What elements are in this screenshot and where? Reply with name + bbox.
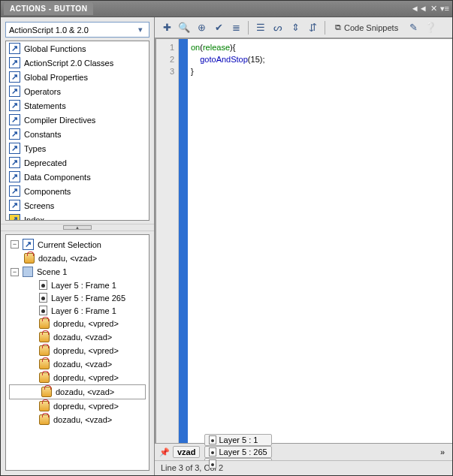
active-script-label: vzad <box>177 447 195 456</box>
code-area[interactable]: on(release){ gotoAndStop(15);} <box>188 39 452 443</box>
button-symbol-icon <box>39 332 50 342</box>
tree-node[interactable]: dozadu, <vzad> <box>9 384 146 399</box>
editor-pane: ✚ 🔍 ⊕ ✔ ≣ ☰ ᔕ ⇕ ⇵ ⧉ Code Snippets ✎ ❔ 12… <box>155 17 452 475</box>
help-icon[interactable]: ❔ <box>423 20 438 35</box>
tree-node[interactable]: dopredu, <vpred> <box>8 399 147 413</box>
code-editor[interactable]: 123 on(release){ gotoAndStop(15);} <box>155 38 452 443</box>
tree-group[interactable]: −Scene 1 <box>8 265 147 279</box>
tree-node[interactable]: dozadu, <vzad> <box>8 413 147 426</box>
book-icon: ↗ <box>9 114 20 125</box>
toolbox-item-label: Compiler Directives <box>24 116 95 125</box>
tree-node[interactable]: dopredu, <vpred> <box>8 317 147 330</box>
script-navigator[interactable]: −↗Current Selectiondozadu, <vzad>−Scene … <box>5 234 149 471</box>
tree-node[interactable]: Layer 6 : Frame 1 <box>8 304 147 317</box>
toolbox-item[interactable]: ↗Index <box>6 212 149 221</box>
toolbox-item-label: Constants <box>24 130 62 139</box>
tree-node[interactable]: dozadu, <vzad> <box>8 357 147 371</box>
language-dropdown[interactable]: ActionScript 1.0 & 2.0 ▾ <box>5 22 149 38</box>
toolbox-item[interactable]: ↗Data Components <box>6 170 149 184</box>
button-symbol-icon <box>41 387 52 397</box>
chevron-down-icon: ▾ <box>135 25 146 35</box>
auto-format-icon[interactable]: ≣ <box>228 20 243 35</box>
script-chip[interactable]: Layer 5 : 265 <box>204 446 271 458</box>
collapse-toggle-icon[interactable]: − <box>11 268 19 276</box>
tree-node[interactable]: dozadu, <vzad> <box>8 330 147 344</box>
add-script-icon[interactable]: ✚ <box>159 20 174 35</box>
frame-icon <box>39 280 47 290</box>
tree-node-label: Layer 6 : Frame 1 <box>51 306 116 315</box>
grip-icon: ▲ <box>63 225 92 230</box>
book-icon: ↗ <box>9 171 20 182</box>
snippets-icon: ⧉ <box>335 23 341 32</box>
close-icon[interactable]: ✕ <box>430 4 437 14</box>
book-icon: ↗ <box>9 57 20 68</box>
script-assist-icon[interactable]: ✎ <box>406 20 421 35</box>
toolbox-item[interactable]: ↗Global Properties <box>6 70 149 84</box>
toolbox-item-label: Index <box>24 215 44 221</box>
tree-node-label: dozadu, <vzad> <box>38 254 97 263</box>
target-icon[interactable]: ⊕ <box>194 20 209 35</box>
script-chip[interactable]: Layer 5 : 1 <box>204 434 271 446</box>
find-icon[interactable]: 🔍 <box>177 20 192 35</box>
more-chevron-icon[interactable]: » <box>437 447 448 456</box>
toolbox-item[interactable]: ↗Screens <box>6 198 149 212</box>
toolbox-item[interactable]: ↗Deprecated <box>6 155 149 170</box>
toolbox-list[interactable]: ↗Global Functions↗ActionScript 2.0 Class… <box>5 41 149 221</box>
panel-menu-icon[interactable]: ▾≡ <box>440 4 449 14</box>
scene-icon <box>23 267 33 277</box>
collapse-toggle-icon[interactable]: − <box>11 240 19 249</box>
button-symbol-icon <box>39 401 50 411</box>
button-symbol-icon <box>39 414 50 425</box>
collapse-block-icon[interactable]: ⇕ <box>288 20 303 35</box>
code-line: on(release){ <box>191 41 452 53</box>
tree-node[interactable]: dozadu, <vzad> <box>8 252 147 265</box>
book-icon: ↗ <box>9 143 20 154</box>
tree-node[interactable]: Layer 5 : Frame 1 <box>8 279 147 291</box>
toolbox-item[interactable]: ↗Global Functions <box>6 41 149 56</box>
book-icon: ↗ <box>9 185 20 197</box>
tree-group[interactable]: −↗Current Selection <box>8 237 147 252</box>
splitter[interactable]: ▲ <box>1 224 154 231</box>
pin-icon[interactable]: 📌 <box>159 447 168 456</box>
left-pane: ActionScript 1.0 & 2.0 ▾ ↗Global Functio… <box>1 17 155 475</box>
panel-tab[interactable]: ACTIONS - BUTTON <box>4 2 93 15</box>
expand-block-icon[interactable]: ⇵ <box>305 20 320 35</box>
code-hint-icon[interactable]: ☰ <box>253 20 268 35</box>
tree-node-label: dozadu, <vzad> <box>56 387 114 396</box>
status-bar: Line 3 of 3, Col 2 <box>155 460 452 475</box>
check-syntax-icon[interactable]: ✔ <box>211 20 226 35</box>
tree-node[interactable]: dopredu, <vpred> <box>8 344 147 357</box>
toolbox-item-label: Global Properties <box>24 73 88 82</box>
dropdown-value: ActionScript 1.0 & 2.0 <box>9 26 89 35</box>
frame-icon <box>209 447 216 456</box>
tree-group-label: Scene 1 <box>37 267 67 276</box>
tree-node-label: Layer 5 : Frame 265 <box>51 294 125 303</box>
toolbox-item[interactable]: ↗Compiler Directives <box>6 113 149 127</box>
divider <box>325 21 325 35</box>
toolbox-item[interactable]: ↗ActionScript 2.0 Classes <box>6 56 149 70</box>
tree-node-label: dozadu, <vzad> <box>53 360 112 369</box>
toolbox-item[interactable]: ↗Types <box>6 141 149 155</box>
toolbox-item-label: Screens <box>24 201 54 210</box>
book-icon: ↗ <box>9 100 20 111</box>
book-icon: ↗ <box>9 128 20 140</box>
active-script-chip[interactable]: vzad <box>173 446 200 458</box>
toolbox-item-label: ActionScript 2.0 Classes <box>24 59 113 68</box>
toolbox-item[interactable]: ↗Constants <box>6 127 149 141</box>
code-snippets-button[interactable]: ⧉ Code Snippets <box>330 22 403 33</box>
button-symbol-icon <box>39 372 50 383</box>
button-symbol-icon <box>39 359 50 369</box>
frame-icon <box>209 459 216 468</box>
tree-node[interactable]: Layer 5 : Frame 265 <box>8 291 147 304</box>
toolbox-item[interactable]: ↗Statements <box>6 98 149 113</box>
toolbox-item[interactable]: ↗Operators <box>6 84 149 98</box>
chip-label: Layer 5 : 1 <box>219 435 258 444</box>
book-icon: ↗ <box>9 43 20 54</box>
toolbox-item[interactable]: ↗Components <box>6 184 149 198</box>
toolbox-item-label: Operators <box>24 87 61 96</box>
code-line: gotoAndStop(15); <box>191 53 452 65</box>
tree-node-label: dopredu, <vpred> <box>53 319 119 328</box>
debug-options-icon[interactable]: ᔕ <box>270 20 285 35</box>
collapse-icon[interactable]: ◄◄ <box>411 4 427 14</box>
tree-node[interactable]: dopredu, <vpred> <box>8 371 147 384</box>
